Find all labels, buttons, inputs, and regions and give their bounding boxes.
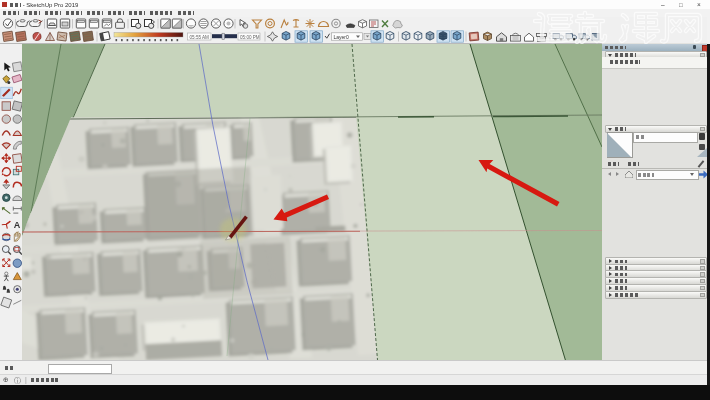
svg-text:Layer0: Layer0 bbox=[334, 34, 350, 40]
svg-text:05:55 AM: 05:55 AM bbox=[190, 35, 210, 40]
svg-text:A: A bbox=[14, 220, 21, 230]
svg-text:05:00 PM: 05:00 PM bbox=[240, 35, 260, 40]
